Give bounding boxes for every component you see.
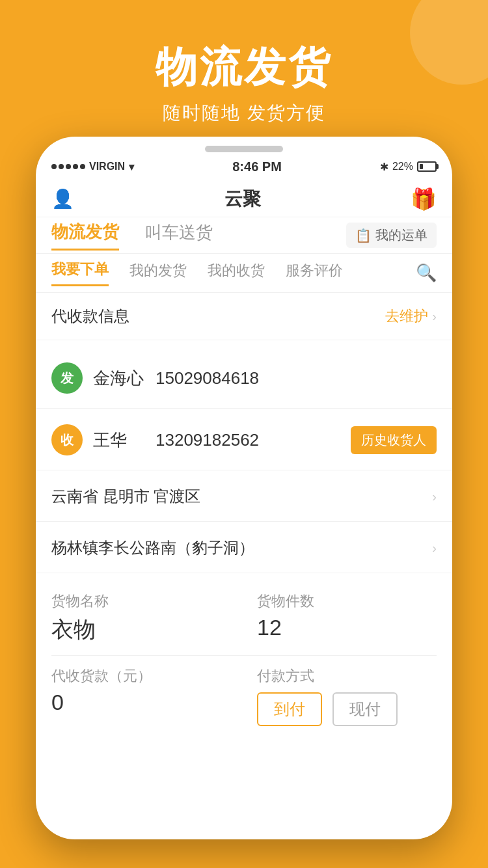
subtab-order[interactable]: 我要下单 [51, 260, 109, 286]
cod-amount-value[interactable]: 0 [51, 690, 231, 715]
payment-method-label: 付款方式 [257, 666, 437, 686]
status-time: 8:46 PM [232, 159, 282, 174]
waybill-label: 我的运单 [375, 226, 427, 244]
status-left: VIRGIN ▾ [51, 161, 134, 173]
carrier-label: VIRGIN [89, 161, 125, 172]
goods-section: 货物名称 衣物 货物件数 12 代收货款（元） 0 付款方式 到付 现付 [36, 581, 452, 737]
receiver-badge: 收 [51, 424, 83, 455]
payment-option-xian[interactable]: 现付 [332, 692, 398, 726]
cod-info-row: 代收款信息 去维护 › [36, 293, 452, 340]
payment-options: 到付 现付 [257, 692, 437, 726]
hero-title: 物流发货 [0, 39, 488, 96]
goods-row: 货物名称 衣物 货物件数 12 [51, 591, 437, 645]
profile-icon[interactable]: 👤 [51, 188, 74, 210]
cod-maintain-action[interactable]: 去维护 › [385, 306, 437, 326]
goods-count-label: 货物件数 [257, 591, 437, 611]
detail-address-row[interactable]: 杨林镇李长公路南（豹子洞） › [36, 523, 452, 573]
sender-name: 金海心 [93, 367, 145, 390]
wifi-icon: ▾ [129, 161, 134, 173]
gift-icon[interactable]: 🎁 [411, 187, 437, 211]
goods-count-value[interactable]: 12 [257, 615, 437, 640]
app-header: 👤 云聚 🎁 [36, 181, 452, 217]
detail-address-text: 杨林镇李长公路南（豹子洞） [51, 537, 254, 558]
battery-icon [417, 161, 437, 172]
app-title: 云聚 [224, 187, 261, 211]
status-bar: VIRGIN ▾ 8:46 PM ✱ 22% [36, 152, 452, 181]
subtab-sent[interactable]: 我的发货 [129, 261, 187, 286]
chevron-detail-icon: › [432, 541, 437, 556]
sender-row: 发 金海心 15029084618 [36, 348, 452, 409]
search-icon[interactable]: 🔍 [416, 263, 437, 283]
bluetooth-icon: ✱ [380, 161, 388, 173]
tab-logistics[interactable]: 物流发货 [51, 221, 119, 251]
history-receiver-button[interactable]: 历史收货人 [351, 426, 437, 454]
waybill-icon: 📋 [355, 228, 372, 243]
subtab-rating[interactable]: 服务评价 [286, 261, 343, 286]
cod-amount-label: 代收货款（元） [51, 666, 231, 686]
phone-speaker [205, 146, 283, 152]
chevron-right-icon: › [432, 309, 437, 324]
goods-name-label: 货物名称 [51, 591, 231, 611]
goods-name-col: 货物名称 衣物 [51, 591, 231, 645]
phone-frame: VIRGIN ▾ 8:46 PM ✱ 22% 👤 云聚 🎁 物流发货 叫车送货 … [36, 137, 452, 839]
status-right: ✱ 22% [380, 161, 437, 173]
sender-phone: 15029084618 [156, 368, 259, 388]
cod-maintain-label: 去维护 [385, 306, 428, 326]
battery-fill [420, 164, 423, 169]
payment-option-dao[interactable]: 到付 [257, 692, 322, 726]
battery-percent: 22% [392, 161, 413, 172]
receiver-name: 王华 [93, 429, 145, 452]
main-tab-bar: 物流发货 叫车送货 📋 我的运单 [36, 217, 452, 254]
signal-icon [51, 164, 85, 169]
cod-info-label: 代收款信息 [51, 306, 129, 327]
divider [51, 655, 437, 656]
hero-section: 物流发货 随时随地 发货方便 [0, 39, 488, 126]
subtab-received[interactable]: 我的收货 [208, 261, 265, 286]
chevron-region-icon: › [432, 489, 437, 504]
region-row[interactable]: 云南省 昆明市 官渡区 › [36, 472, 452, 522]
tab-delivery[interactable]: 叫车送货 [145, 221, 213, 249]
payment-method-col: 付款方式 到付 现付 [257, 666, 437, 726]
receiver-phone: 13209182562 [156, 430, 259, 450]
sender-badge: 发 [51, 362, 83, 394]
sub-tab-bar: 我要下单 我的发货 我的收货 服务评价 🔍 [36, 254, 452, 293]
cod-amount-col: 代收货款（元） 0 [51, 666, 231, 715]
goods-name-value[interactable]: 衣物 [51, 615, 231, 645]
region-text: 云南省 昆明市 官渡区 [51, 486, 200, 507]
waybill-button[interactable]: 📋 我的运单 [346, 223, 437, 248]
goods-count-col: 货物件数 12 [257, 591, 437, 645]
hero-subtitle: 随时随地 发货方便 [0, 101, 488, 126]
payment-row: 代收货款（元） 0 付款方式 到付 现付 [51, 666, 437, 726]
receiver-row: 收 王华 13209182562 历史收货人 [36, 410, 452, 470]
